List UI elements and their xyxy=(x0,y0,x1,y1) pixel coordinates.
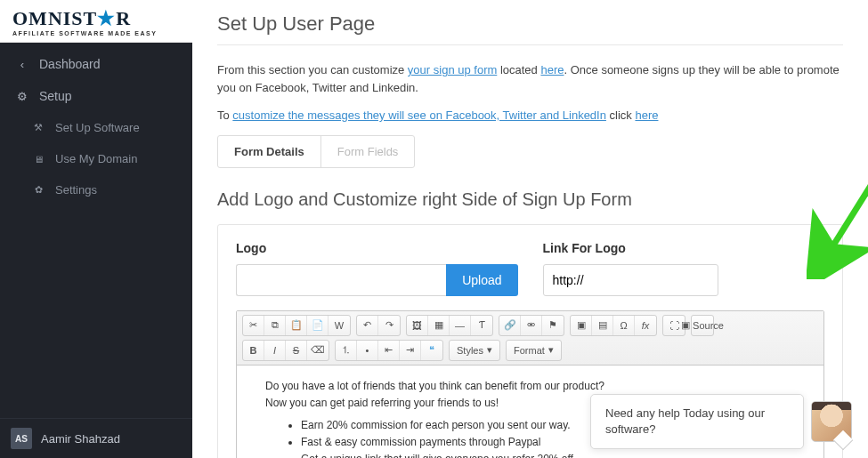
paste-icon[interactable]: 📋 xyxy=(286,316,307,335)
logo-label: Logo xyxy=(236,241,518,255)
hr-icon[interactable]: — xyxy=(450,316,471,335)
format-select[interactable]: Format▾ xyxy=(507,341,561,360)
indent-icon[interactable]: ⇥ xyxy=(400,341,421,360)
brand-star-icon: ★ xyxy=(97,7,116,29)
sidebar-item-setup[interactable]: ⚙ Setup xyxy=(0,80,192,112)
bold-icon[interactable]: B xyxy=(243,341,264,360)
divider xyxy=(217,44,843,45)
undo-icon[interactable]: ↶ xyxy=(357,316,378,335)
customize-messages-link[interactable]: customize the messages they will see on … xyxy=(232,108,606,122)
sidebar-item-label: Settings xyxy=(55,183,97,197)
sidebar-item-label: Setup xyxy=(39,89,72,103)
intro-text: From this section you can customize xyxy=(217,63,408,76)
blockquote-icon[interactable]: ❝ xyxy=(421,341,442,360)
link-icon[interactable]: 🔗 xyxy=(499,316,521,335)
cut-icon[interactable]: ✂ xyxy=(243,316,264,335)
sidebar-item-label: Use My Domain xyxy=(55,152,137,165)
source-button[interactable]: ▣Source xyxy=(692,316,713,335)
dashboard-icon: ⚙ xyxy=(14,90,30,103)
outdent-icon[interactable]: ⇤ xyxy=(378,341,400,360)
copy-icon[interactable]: ⧉ xyxy=(264,316,286,335)
iframe-icon[interactable]: ▤ xyxy=(592,316,613,335)
sidebar-item-use-domain[interactable]: 🖥 Use My Domain xyxy=(0,143,192,174)
unlink-icon[interactable]: ⚮ xyxy=(521,316,542,335)
sidebar-item-settings[interactable]: ✿ Settings xyxy=(0,174,192,205)
table-icon[interactable]: ▦ xyxy=(428,316,450,335)
sidebar-item-label: Dashboard xyxy=(39,57,101,71)
editor-line: Do you have a lot of friends that you th… xyxy=(265,378,807,395)
gear-icon: ✿ xyxy=(30,184,46,196)
sidebar: OMNIST★R AFFILIATE SOFTWARE MADE EASY ‹ … xyxy=(0,0,192,458)
styles-select[interactable]: Styles▾ xyxy=(450,341,499,360)
paste-text-icon[interactable]: 📄 xyxy=(307,316,329,335)
section-heading: Add Logo and Customize right Side of Sig… xyxy=(217,189,843,210)
brand-tagline: AFFILIATE SOFTWARE MADE EASY xyxy=(12,30,180,36)
chat-widget: Need any help Today using our software? xyxy=(590,394,852,449)
paste-word-icon[interactable]: W xyxy=(329,316,350,335)
chevron-down-icon: ▾ xyxy=(487,344,492,356)
upload-button[interactable]: Upload xyxy=(446,264,517,296)
located-here-link[interactable]: here xyxy=(540,63,564,76)
nav: ‹ Dashboard ⚙ Setup ⚒ Set Up Software 🖥 … xyxy=(0,43,192,418)
editor-toolbar: ✂ ⧉ 📋 📄 W ↶ ↷ 🖼 ▦ — xyxy=(237,311,823,366)
cogs-icon: ⚒ xyxy=(30,122,46,133)
fx-icon[interactable]: fx xyxy=(635,316,656,335)
intro-text: located xyxy=(497,63,540,76)
clear-format-icon[interactable]: ⌫ xyxy=(307,341,329,360)
chevron-left-icon: ‹ xyxy=(14,58,30,71)
sidebar-item-label: Set Up Software xyxy=(55,121,140,134)
italic-icon[interactable]: I xyxy=(264,341,286,360)
tab-form-fields[interactable]: Form Fields xyxy=(320,136,415,167)
strike-icon[interactable]: S xyxy=(286,341,307,360)
intro-paragraph-1: From this section you can customize your… xyxy=(217,61,843,96)
redo-icon[interactable]: ↷ xyxy=(378,316,400,335)
chat-bubble[interactable]: Need any help Today using our software? xyxy=(590,394,804,449)
logo-link-label: Link For Logo xyxy=(543,241,825,255)
sidebar-item-dashboard[interactable]: ‹ Dashboard xyxy=(0,48,192,80)
signup-form-link[interactable]: your sign up form xyxy=(408,63,497,76)
avatar: AS xyxy=(11,428,32,449)
chevron-down-icon: ▾ xyxy=(548,344,554,356)
page-title: Set Up User Page xyxy=(217,12,843,36)
monitor-icon: 🖥 xyxy=(30,154,46,165)
symbol-icon[interactable]: Ω xyxy=(613,316,635,335)
tab-form-details[interactable]: Form Details xyxy=(218,136,320,167)
user-name: Aamir Shahzad xyxy=(41,432,120,446)
intro-text: click xyxy=(606,108,636,122)
bullet-list-icon[interactable]: • xyxy=(357,341,378,360)
brand-name-1: OMNIST xyxy=(12,7,97,29)
embed-icon[interactable]: ▣ xyxy=(571,316,592,335)
image-icon[interactable]: 🖼 xyxy=(407,316,428,335)
intro-paragraph-2: To customize the messages they will see … xyxy=(217,107,843,125)
logo-link-input[interactable] xyxy=(543,264,718,296)
sidebar-item-setup-software[interactable]: ⚒ Set Up Software xyxy=(0,112,192,143)
brand-name-2: R xyxy=(116,7,131,29)
click-here-link[interactable]: here xyxy=(635,108,658,122)
anchor-icon[interactable]: ⚑ xyxy=(542,316,564,335)
special-char-icon[interactable]: Ƭ xyxy=(471,316,492,335)
intro-text: To xyxy=(217,108,232,122)
editor-bullet: Get a unique link that will give everyon… xyxy=(301,451,807,458)
user-menu[interactable]: AS Aamir Shahzad xyxy=(0,418,192,458)
tabs: Form Details Form Fields xyxy=(217,135,415,168)
main-content: Set Up User Page From this section you c… xyxy=(192,0,868,458)
brand-logo: OMNIST★R AFFILIATE SOFTWARE MADE EASY xyxy=(0,0,192,43)
numbered-list-icon[interactable]: ⒈ xyxy=(336,341,357,360)
logo-input[interactable] xyxy=(236,264,446,296)
